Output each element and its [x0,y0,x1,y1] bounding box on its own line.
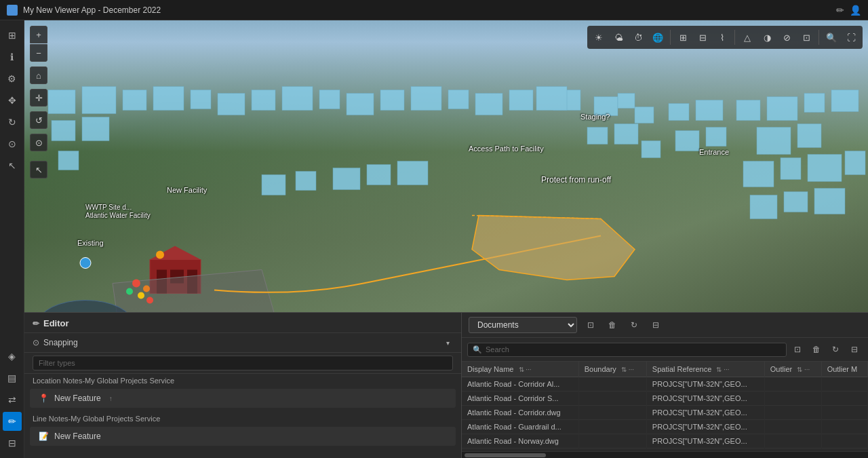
basemap-tool-btn[interactable]: ⊟ [694,28,711,46]
search-map-tool-btn[interactable]: 🔍 [823,28,840,46]
line-feature-icon: 📝 [38,431,49,442]
sidebar-icon-info[interactable]: ℹ [3,47,22,66]
outlier-col-actions[interactable]: ⇅ ··· [797,366,810,373]
shadow-tool-btn[interactable]: ◑ [758,28,776,46]
expand-tool-btn[interactable]: ⛶ [842,28,860,46]
sidebar-icon-layers[interactable]: ⊞ [3,26,22,45]
zoom-in-btn[interactable]: + [30,26,47,43]
search-input[interactable] [486,345,781,354]
measure-tool-btn[interactable]: ⊡ [797,28,815,46]
spatial-ref-cell: PROJCS["UTM-32N",GEO... [646,406,764,420]
spatial-ref-cell: PROJCS["UTM-32N",GEO... [646,377,764,392]
rotate-left-btn[interactable]: ↺ [30,111,47,129]
search-delete-btn[interactable]: 🗑 [808,341,825,358]
tilt-btn[interactable]: ⊙ [30,134,47,151]
map-area[interactable]: Staging? Access Path to Facility Entranc… [24,20,868,458]
sidebar-icon-move[interactable]: ✥ [3,91,22,110]
outlier-cell [764,420,821,434]
outlier-cell [764,406,821,420]
editor-header-icon: ✏ [33,319,39,328]
cursor-mode-btn[interactable]: ↖ [30,161,47,178]
display-name-cell: Atlantic Road - Corridor.dwg [462,406,578,420]
display-name-cell: Atlantic Road - Corridor S... [462,392,578,406]
doc-refresh-btn[interactable]: ↻ [626,317,642,333]
search-filter-btn[interactable]: ⊟ [846,341,863,358]
line-new-feature-item[interactable]: 📝 New Feature [30,427,456,446]
sidebar-icon-grid[interactable]: ⊟ [3,434,22,453]
snapping-icon: ⊙ [33,338,39,347]
table-row[interactable]: Atlantic Road - Corridor Al... PROJCS["U… [462,377,868,392]
boundary-cell [578,434,646,449]
boundary-cell [578,377,646,392]
snapping-dropdown-btn[interactable]: ▾ [442,337,453,348]
outlier-m-header[interactable]: Outlier M [821,362,867,377]
sidebar-icon-settings[interactable]: ⊙ [3,134,22,153]
weather-tool-btn[interactable]: 🌤 [610,28,627,46]
sidebar-icon-editor[interactable]: ✏ [3,412,22,431]
search-input-wrap: 🔍 [467,343,787,357]
edit-title-icon[interactable]: ✏ [836,5,844,16]
spatial-ref-col-actions[interactable]: ⇅ ··· [716,366,729,373]
layers-tool-btn[interactable]: ⊞ [674,28,692,46]
daylight-tool-btn[interactable]: ⌇ [713,28,731,46]
toolbar-sep-3 [818,30,819,45]
documents-title-select[interactable]: Documents [469,317,577,333]
documents-header: Documents ⊡ 🗑 ↻ ⊟ [462,313,868,338]
sidebar-icon-tools[interactable]: ⚙ [3,69,22,88]
sidebar-icon-cursor[interactable]: ↖ [3,156,22,175]
outlier-cell [764,392,821,406]
spatial-ref-header-label: Spatial Reference [652,365,711,373]
sidebar-icon-table[interactable]: ▤ [3,368,22,387]
search-refresh-btn[interactable]: ↻ [827,341,844,358]
boundary-header[interactable]: Boundary ⇅ ··· [578,362,646,377]
boundary-cell [578,406,646,420]
filter-types-input[interactable] [33,356,453,370]
outlier-m-cell [821,392,867,406]
line-feature-label: New Feature [54,432,101,441]
data-table[interactable]: Display Name ⇅ ··· Boundary ⇅ ··· Spatia… [462,362,868,451]
elevation-tool-btn[interactable]: △ [738,28,756,46]
outlier-cell [764,377,821,392]
outlier-m-cell [821,420,867,434]
globe-tool-btn[interactable]: 🌐 [649,28,667,46]
table-scrollbar[interactable] [462,451,868,458]
location-new-feature-item[interactable]: 📍 New Feature ↑ [30,389,456,408]
display-name-col-actions[interactable]: ⇅ ··· [519,366,532,373]
boundary-cell [578,392,646,406]
outlier-header-label: Outlier [770,365,792,373]
spatial-ref-cell: PROJCS["UTM-32N",GEO... [646,420,764,434]
sidebar-icon-bookmark[interactable]: ◈ [3,347,22,366]
snapping-label: Snapping [43,338,438,347]
doc-filter-btn[interactable]: ⊟ [648,317,664,333]
boundary-cell [578,420,646,434]
outlier-header[interactable]: Outlier ⇅ ··· [764,362,821,377]
table-row[interactable]: Atlantic Road - Norway.dwg PROJCS["UTM-3… [462,434,868,449]
user-title-icon[interactable]: 👤 [850,5,861,16]
documents-panel: Documents ⊡ 🗑 ↻ ⊟ 🔍 ⊡ 🗑 ↻ ⊟ [462,312,868,458]
compass-btn[interactable]: ✛ [30,89,47,107]
table-row[interactable]: Atlantic Road - Corridor.dwg PROJCS["UTM… [462,406,868,420]
doc-delete-btn[interactable]: 🗑 [604,317,620,333]
doc-select-btn[interactable]: ⊡ [583,317,599,333]
boundary-header-label: Boundary [585,365,616,373]
display-name-cell: Atlantic Road - Norway.dwg [462,434,578,449]
search-select-btn[interactable]: ⊡ [789,341,806,358]
sidebar-icon-share[interactable]: ⇄ [3,390,22,409]
zoom-out-btn[interactable]: − [30,44,47,62]
outlier-m-header-label: Outlier M [827,365,858,373]
boundary-col-actions[interactable]: ⇅ ··· [621,366,634,373]
slice-tool-btn[interactable]: ⊘ [778,28,795,46]
table-row[interactable]: Atlantic Road - Corridor S... PROJCS["UT… [462,392,868,406]
table-row[interactable]: Atlantic Road - Guardrail d... PROJCS["U… [462,420,868,434]
sun-tool-btn[interactable]: ☀ [590,28,608,46]
location-feature-icon: 📍 [38,393,49,404]
outlier-m-cell [821,434,867,449]
home-btn[interactable]: ⌂ [30,66,47,84]
display-name-header[interactable]: Display Name ⇅ ··· [462,362,578,377]
table-scrollbar-thumb[interactable] [465,453,546,457]
spatial-ref-header[interactable]: Spatial Reference ⇅ ··· [646,362,764,377]
sidebar-icon-refresh[interactable]: ↻ [3,113,22,132]
cursor-hint: ↑ [109,395,113,402]
display-name-header-label: Display Name [467,365,513,373]
time-tool-btn[interactable]: ⏱ [629,28,647,46]
